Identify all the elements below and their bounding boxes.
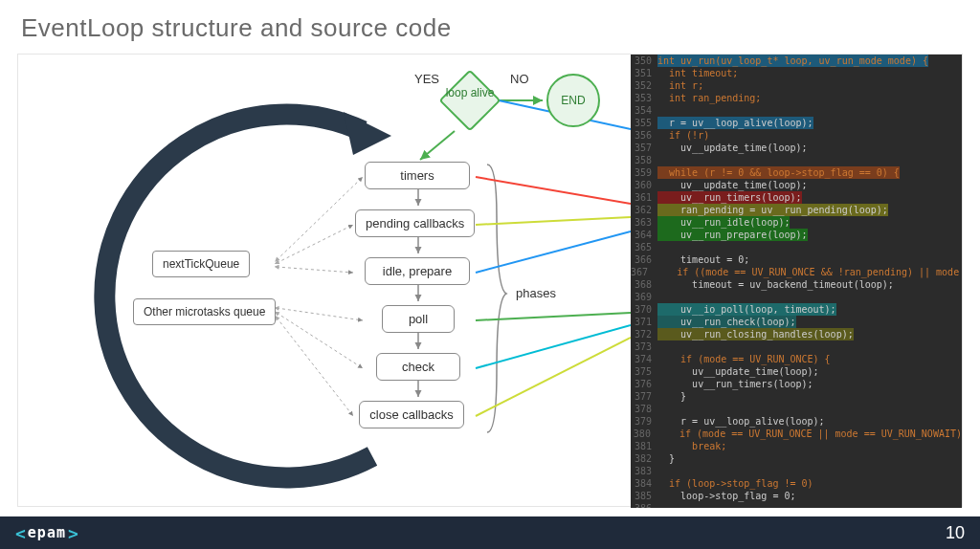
svg-line-17 xyxy=(476,325,631,368)
logo-text: epam xyxy=(28,524,66,541)
svg-line-10 xyxy=(277,313,363,368)
code-line: 359 while (r != 0 && loop->stop_flag == … xyxy=(631,166,962,179)
code-line: 358 xyxy=(631,154,962,166)
phase-close: close callbacks xyxy=(359,401,464,428)
svg-line-13 xyxy=(476,177,631,204)
code-line: 354 xyxy=(631,104,962,117)
code-line: 377 } xyxy=(631,390,962,403)
svg-line-11 xyxy=(277,318,353,416)
code-line: 351 int timeout; xyxy=(631,67,962,79)
decision-loop-alive: loop alive xyxy=(439,70,501,131)
code-line: 372 uv__run_closing_handles(loop); xyxy=(631,328,962,340)
queue-microtasks: Other microtasks queue xyxy=(133,298,276,325)
end-label: END xyxy=(561,94,585,107)
code-line: 356 if (!r) xyxy=(631,129,962,142)
svg-line-15 xyxy=(476,231,631,273)
code-line: 362 ran_pending = uv__run_pending(loop); xyxy=(631,204,962,216)
code-line: 364 uv__run_prepare(loop); xyxy=(631,229,962,241)
phase-pending: pending callbacks xyxy=(355,209,475,237)
code-line: 350int uv_run(uv_loop_t* loop, uv_run_mo… xyxy=(631,55,962,67)
svg-line-14 xyxy=(476,217,631,225)
label-yes: YES xyxy=(414,72,439,86)
code-line: 353 int ran_pending; xyxy=(631,92,962,104)
logo-bracket-right: > xyxy=(68,523,78,543)
code-line: 355 r = uv__loop_alive(loop); xyxy=(631,117,962,129)
svg-line-6 xyxy=(277,177,363,260)
code-line: 376 uv__run_timers(loop); xyxy=(631,378,962,390)
code-line: 381 break; xyxy=(631,440,962,452)
phase-idle-prepare: idle, prepare xyxy=(365,257,470,285)
code-line: 374 if (mode == UV_RUN_ONCE) { xyxy=(631,353,962,365)
svg-line-9 xyxy=(277,308,363,320)
phase-timers: timers xyxy=(365,162,470,189)
phases-label: phases xyxy=(516,286,556,300)
svg-marker-0 xyxy=(344,112,391,155)
code-line: 352 int r; xyxy=(631,79,962,92)
end-node: END xyxy=(546,74,600,127)
code-line: 386 xyxy=(631,502,962,508)
label-no: NO xyxy=(510,72,529,86)
page-number: 10 xyxy=(946,523,965,543)
code-line: 375 uv__update_time(loop); xyxy=(631,365,962,378)
eventloop-diagram: loop alive YES NO END phases nextTickQue… xyxy=(18,55,631,508)
page-title: EventLoop structure and source code xyxy=(21,13,452,43)
code-line: 385 loop->stop_flag = 0; xyxy=(631,490,962,502)
code-line: 384 if (loop->stop_flag != 0) xyxy=(631,477,962,490)
code-line: 363 uv__run_idle(loop); xyxy=(631,216,962,229)
code-line: 383 xyxy=(631,465,962,477)
diagram-svg xyxy=(18,55,631,508)
code-line: 380 if (mode == UV_RUN_ONCE || mode == U… xyxy=(631,428,962,440)
phase-check: check xyxy=(376,353,460,381)
epam-logo: < epam > xyxy=(15,523,78,543)
code-line: 365 xyxy=(631,241,962,253)
code-line: 370 uv__io_poll(loop, timeout); xyxy=(631,303,962,316)
svg-line-7 xyxy=(277,225,353,263)
source-code-panel: 350int uv_run(uv_loop_t* loop, uv_run_mo… xyxy=(631,55,962,508)
footer-bar: < epam > 10 xyxy=(0,516,980,549)
code-line: 378 xyxy=(631,403,962,415)
decision-label: loop alive xyxy=(439,87,501,99)
code-line: 369 xyxy=(631,291,962,303)
code-line: 368 timeout = uv_backend_timeout(loop); xyxy=(631,278,962,291)
code-line: 382 } xyxy=(631,452,962,465)
code-line: 366 timeout = 0; xyxy=(631,253,962,266)
code-line: 357 uv__update_time(loop); xyxy=(631,142,962,154)
code-line: 360 uv__update_time(loop); xyxy=(631,179,962,191)
svg-line-18 xyxy=(476,338,631,416)
svg-line-8 xyxy=(277,267,353,273)
code-line: 371 uv__run_check(loop); xyxy=(631,316,962,328)
content-area: loop alive YES NO END phases nextTickQue… xyxy=(17,54,963,507)
queue-nexttick: nextTickQueue xyxy=(152,251,250,277)
code-line: 379 r = uv__loop_alive(loop); xyxy=(631,415,962,428)
code-line: 373 xyxy=(631,340,962,353)
logo-bracket-left: < xyxy=(15,523,26,543)
code-line: 367 if ((mode == UV_RUN_ONCE && !ran_pen… xyxy=(631,266,962,278)
code-line: 361 uv__run_timers(loop); xyxy=(631,191,962,204)
slide: EventLoop structure and source code xyxy=(0,0,980,549)
phase-poll: poll xyxy=(382,305,455,333)
